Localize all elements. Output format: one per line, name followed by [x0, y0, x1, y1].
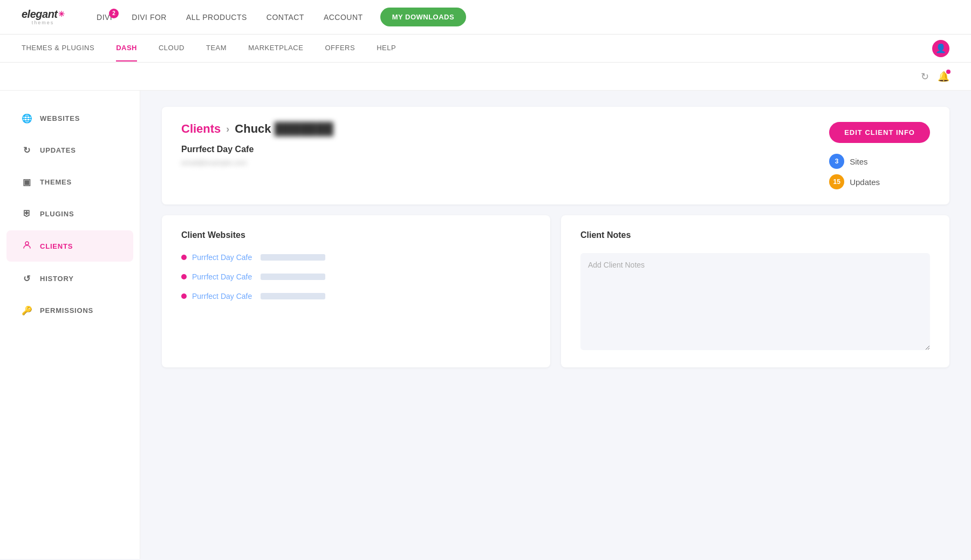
- logo[interactable]: elegant ✳ themes: [22, 9, 64, 25]
- notes-card-title: Client Notes: [580, 230, 930, 240]
- breadcrumb-arrow: ›: [226, 124, 229, 135]
- subnav-marketplace[interactable]: MARKETPLACE: [248, 35, 303, 62]
- websites-card-title: Client Websites: [181, 230, 531, 240]
- subnav-dash[interactable]: DASH: [116, 35, 137, 62]
- subnav-themes-plugins[interactable]: THEMES & PLUGINS: [22, 35, 94, 62]
- nav-contact[interactable]: CONTACT: [266, 13, 304, 22]
- updates-label: Updates: [850, 177, 880, 187]
- client-notes-card: Client Notes: [561, 215, 949, 367]
- logo-main: elegant ✳: [22, 9, 64, 19]
- sidebar-item-websites[interactable]: 🌐 WEBSITES: [6, 104, 133, 133]
- sidebar-label-plugins: PLUGINS: [40, 210, 74, 218]
- client-websites-card: Client Websites Purrfect Day Cafe Purrfe…: [162, 215, 550, 367]
- sidebar-label-clients: CLIENTS: [40, 242, 73, 250]
- website-dot-1: [181, 255, 187, 260]
- client-detail-card: Clients › Chuck ███████ Purrfect Day Caf…: [162, 107, 949, 204]
- website-link-2[interactable]: Purrfect Day Cafe: [192, 272, 252, 281]
- toolbar-row: ↻ 🔔: [0, 63, 971, 91]
- website-url-blurred-1: [261, 254, 325, 261]
- subnav-cloud[interactable]: CLOUD: [159, 35, 184, 62]
- updates-badge: 15: [829, 174, 844, 189]
- sidebar-item-clients[interactable]: CLIENTS: [6, 230, 133, 262]
- website-list: Purrfect Day Cafe Purrfect Day Cafe Purr…: [181, 253, 531, 301]
- globe-icon: 🌐: [22, 113, 32, 124]
- business-name: Purrfect Day Cafe: [181, 145, 333, 154]
- updates-stat: 15 Updates: [829, 174, 880, 189]
- client-email-blurred: email@example.com: [181, 159, 333, 167]
- subnav-help[interactable]: HELP: [377, 35, 396, 62]
- user-avatar[interactable]: 👤: [932, 40, 949, 57]
- client-surname-blurred: ███████: [271, 122, 333, 135]
- my-downloads-button[interactable]: MY DOWNLOADS: [380, 8, 467, 26]
- sidebar-item-history[interactable]: ↺ HISTORY: [6, 264, 133, 293]
- main-content: Clients › Chuck ███████ Purrfect Day Caf…: [140, 91, 971, 559]
- logo-themes: themes: [32, 20, 54, 25]
- sidebar-label-updates: UPDATES: [40, 146, 76, 154]
- sidebar-item-permissions[interactable]: 🔑 PERMISSIONS: [6, 296, 133, 325]
- breadcrumb-clients-link[interactable]: Clients: [181, 122, 221, 136]
- plugins-icon: ⛨: [22, 209, 32, 218]
- sidebar-label-history: HISTORY: [40, 275, 74, 283]
- logo-text: elegant: [22, 9, 58, 19]
- subnav-offers[interactable]: OFFERS: [325, 35, 355, 62]
- client-name-heading: Chuck ███████: [235, 122, 333, 136]
- refresh-sidebar-icon: ↻: [22, 145, 32, 155]
- history-icon: ↺: [22, 274, 32, 284]
- nav-account[interactable]: ACCOUNT: [324, 13, 363, 22]
- notification-dot: [946, 70, 951, 74]
- website-dot-2: [181, 274, 187, 279]
- sites-badge: 3: [829, 154, 844, 169]
- sidebar-item-updates[interactable]: ↻ UPDATES: [6, 135, 133, 165]
- sidebar-label-permissions: PERMISSIONS: [40, 306, 93, 315]
- breadcrumb: Clients › Chuck ███████: [181, 122, 333, 136]
- top-nav-links: DIVI 2 DIVI FOR ALL PRODUCTS CONTACT ACC…: [97, 13, 363, 22]
- nav-all-products[interactable]: ALL PRODUCTS: [186, 13, 247, 22]
- website-item-1: Purrfect Day Cafe: [181, 253, 531, 262]
- clients-icon: [22, 240, 32, 252]
- logo-star-icon: ✳: [58, 10, 65, 18]
- nav-divi[interactable]: DIVI 2: [97, 13, 112, 22]
- sidebar-label-themes: THEMES: [40, 178, 72, 186]
- permissions-icon: 🔑: [22, 305, 32, 316]
- sub-nav: THEMES & PLUGINS DASH CLOUD TEAM MARKETP…: [0, 35, 971, 63]
- website-item-3: Purrfect Day Cafe: [181, 292, 531, 301]
- sites-stat: 3 Sites: [829, 154, 867, 169]
- avatar-icon: 👤: [935, 43, 946, 53]
- refresh-icon[interactable]: ↻: [921, 71, 929, 83]
- edit-client-button[interactable]: EDIT CLIENT INFO: [829, 122, 930, 143]
- subnav-team[interactable]: TEAM: [206, 35, 227, 62]
- sidebar-item-themes[interactable]: ▣ THEMES: [6, 167, 133, 197]
- website-link-3[interactable]: Purrfect Day Cafe: [192, 292, 252, 301]
- client-notes-textarea[interactable]: [580, 253, 930, 350]
- svg-point-0: [25, 242, 29, 245]
- divi-badge: 2: [109, 9, 119, 18]
- sites-label: Sites: [850, 157, 867, 166]
- sidebar-item-plugins[interactable]: ⛨ PLUGINS: [6, 199, 133, 228]
- notification-icon[interactable]: 🔔: [938, 71, 949, 83]
- bottom-row: Client Websites Purrfect Day Cafe Purrfe…: [162, 215, 949, 367]
- main-layout: 🌐 WEBSITES ↻ UPDATES ▣ THEMES ⛨ PLUGINS …: [0, 91, 971, 559]
- client-info: Purrfect Day Cafe email@example.com: [181, 145, 333, 167]
- website-dot-3: [181, 293, 187, 299]
- themes-icon: ▣: [22, 177, 32, 187]
- top-nav: elegant ✳ themes DIVI 2 DIVI FOR ALL PRO…: [0, 0, 971, 35]
- sidebar-label-websites: WEBSITES: [40, 114, 80, 122]
- website-item-2: Purrfect Day Cafe: [181, 272, 531, 281]
- website-link-1[interactable]: Purrfect Day Cafe: [192, 253, 252, 262]
- stats-area: 3 Sites 15 Updates: [829, 154, 880, 189]
- website-url-blurred-2: [261, 274, 325, 280]
- nav-divi-for[interactable]: DIVI FOR: [132, 13, 167, 22]
- website-url-blurred-3: [261, 293, 325, 299]
- sidebar: 🌐 WEBSITES ↻ UPDATES ▣ THEMES ⛨ PLUGINS …: [0, 91, 140, 559]
